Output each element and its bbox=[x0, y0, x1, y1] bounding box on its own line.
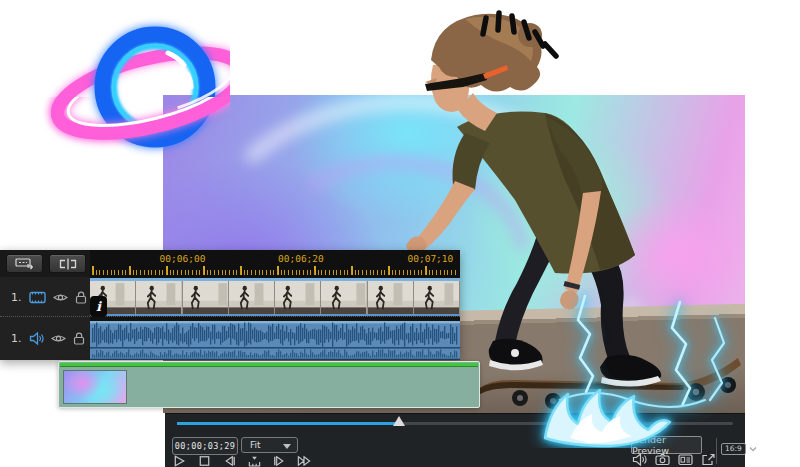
seek-thumb[interactable] bbox=[393, 416, 405, 426]
audio-waveform[interactable] bbox=[90, 321, 460, 360]
thumbnail-frame bbox=[136, 281, 182, 314]
video-clip-thumbnails[interactable] bbox=[90, 278, 460, 316]
video-track-header[interactable]: 1. bbox=[0, 277, 90, 317]
ruler-minor-ticks bbox=[92, 270, 458, 275]
audio-track-number: 1. bbox=[11, 332, 22, 345]
previous-frame-icon bbox=[222, 454, 237, 467]
track-header-column: 1. 1. bbox=[0, 250, 91, 360]
previous-frame-button[interactable] bbox=[221, 454, 237, 467]
thumbnail-frame bbox=[368, 281, 414, 314]
timeline-ruler[interactable]: 00;06;00 00;06;20 00;07;10 bbox=[90, 250, 460, 278]
chevron-down-icon bbox=[283, 444, 291, 449]
seek-marker-icon bbox=[247, 454, 262, 467]
eye-icon[interactable] bbox=[53, 292, 68, 303]
ruler-timestamp: 00;06;20 bbox=[278, 253, 324, 264]
video-track-icon bbox=[29, 291, 46, 304]
ruler-timestamp: 00;06;00 bbox=[160, 253, 206, 264]
clip-thumbnail bbox=[63, 370, 127, 404]
fast-forward-icon bbox=[296, 454, 312, 467]
aspect-ratio-value: 16:9 bbox=[721, 443, 746, 455]
action-dashes bbox=[463, 2, 583, 64]
audio-track-icon bbox=[29, 332, 44, 345]
stop-button[interactable] bbox=[196, 454, 212, 467]
fast-forward-button[interactable] bbox=[296, 454, 312, 467]
play-button[interactable] bbox=[171, 454, 187, 467]
neon-planet bbox=[30, 5, 230, 165]
next-frame-button[interactable] bbox=[271, 454, 287, 467]
clip-accent-line bbox=[60, 363, 478, 367]
next-frame-icon bbox=[272, 454, 287, 467]
zoom-mode-dropdown[interactable]: Fit bbox=[241, 437, 298, 453]
thumbnail-frame bbox=[321, 281, 367, 314]
promo-canvas: 1. 1. bbox=[0, 0, 800, 467]
lock-icon[interactable] bbox=[75, 291, 87, 304]
render-preview-button[interactable]: Render Preview bbox=[631, 436, 702, 454]
thumbnail-frame bbox=[183, 281, 229, 314]
snapshot-icon[interactable] bbox=[655, 453, 670, 466]
color-board-clip[interactable] bbox=[58, 361, 480, 408]
chevron-down-icon bbox=[749, 446, 757, 452]
aspect-ratio-dropdown[interactable]: 16:9 bbox=[721, 443, 757, 455]
stop-icon bbox=[197, 454, 212, 467]
seek-marker-button[interactable] bbox=[246, 454, 262, 467]
thumbnail-frame bbox=[275, 281, 321, 314]
clip-info-badge[interactable]: i bbox=[90, 296, 107, 317]
volume-icon[interactable] bbox=[632, 453, 647, 466]
transport-controls bbox=[171, 454, 312, 467]
split-clip-icon bbox=[58, 258, 78, 270]
details-icon[interactable] bbox=[678, 453, 693, 466]
zoom-mode-value: Fit bbox=[250, 440, 261, 450]
thumbnail-frame bbox=[414, 281, 460, 314]
eye-icon[interactable] bbox=[51, 333, 66, 344]
track-manager-button[interactable] bbox=[6, 254, 43, 273]
track-manager-icon bbox=[15, 258, 35, 270]
timeline-toolbar bbox=[0, 250, 90, 277]
timecode-display: 00;00;03;29 bbox=[172, 437, 238, 455]
timeline-panel: 1. 1. bbox=[0, 250, 460, 360]
play-icon bbox=[172, 454, 187, 467]
video-track-number: 1. bbox=[11, 291, 22, 304]
split-clip-button[interactable] bbox=[49, 254, 86, 273]
timeline-content: 00;06;00 00;06;20 00;07;10 bbox=[90, 250, 460, 360]
divider bbox=[716, 438, 717, 464]
utility-controls bbox=[632, 453, 716, 466]
player-bar: 00;00;03;29 Fit bbox=[165, 413, 745, 467]
track-divider bbox=[0, 316, 460, 317]
lock-icon[interactable] bbox=[73, 332, 85, 345]
thumbnail-frame bbox=[229, 281, 275, 314]
audio-track-header[interactable]: 1. bbox=[0, 317, 90, 360]
ruler-timestamp: 00;07;10 bbox=[408, 253, 454, 264]
share-icon[interactable] bbox=[701, 453, 716, 466]
seek-progress bbox=[177, 422, 399, 425]
seek-bar[interactable] bbox=[177, 422, 733, 425]
